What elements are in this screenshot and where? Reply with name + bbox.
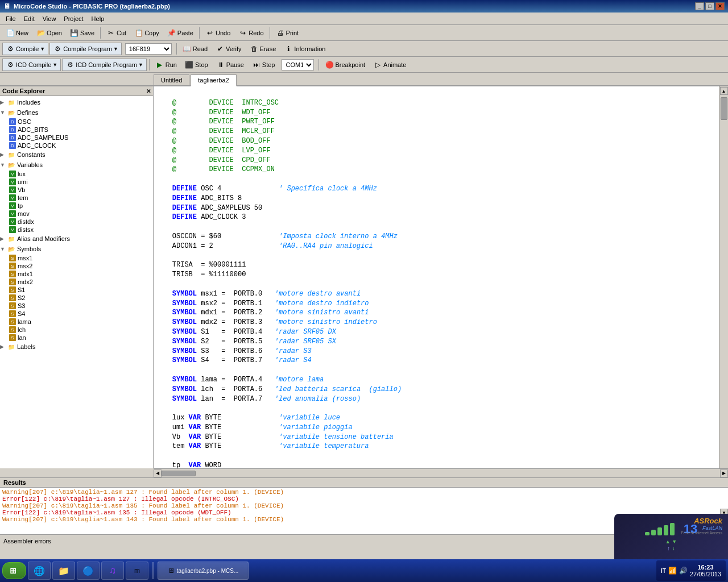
maximize-button[interactable]: □	[705, 2, 714, 10]
menu-project[interactable]: Project	[60, 14, 86, 23]
tab-tagliaerba2[interactable]: tagliaerba2	[191, 74, 236, 86]
folder-icon-taskbar: 📁	[58, 566, 69, 576]
tree-adc-sampleus[interactable]: D ADC_SAMPLEUS	[9, 134, 153, 142]
minimize-button[interactable]: _	[695, 2, 704, 10]
hscroll-right-button[interactable]: ▶	[720, 469, 728, 477]
tree-s3[interactable]: S S3	[9, 302, 153, 310]
paste-button[interactable]: 📌 Paste	[164, 27, 197, 39]
tree-mdx1[interactable]: S mdx1	[9, 270, 153, 278]
verify-button[interactable]: ✔ Verify	[212, 43, 245, 55]
editor-vscroll[interactable]: ▲ ▼	[719, 86, 728, 468]
breakpoint-button[interactable]: 🔴 Breakpoint	[321, 59, 369, 71]
editor-hscroll[interactable]: ◀ ▶	[154, 468, 728, 477]
information-button[interactable]: ℹ Information	[280, 43, 329, 55]
icd-compile-program-button[interactable]: ⚙ ICD Compile Program ▼	[62, 59, 147, 71]
tree-distsx[interactable]: V distsx	[9, 226, 153, 234]
com-select[interactable]: COM1 COM2 COM3	[282, 60, 313, 70]
editor-inner[interactable]: @ DEVICE INTRC_OSC @ DEVICE WDT_OFF @ DE…	[154, 86, 719, 468]
hscroll-left-button[interactable]: ◀	[154, 469, 162, 477]
tree-lama[interactable]: S lama	[9, 318, 153, 326]
sym-icon-mdx2: S	[9, 278, 16, 285]
var-icon-umi: V	[9, 178, 16, 185]
tree-s1[interactable]: S S1	[9, 286, 153, 294]
winamp-quicklaunch[interactable]: ♫	[101, 562, 124, 580]
folder-quicklaunch[interactable]: 📁	[52, 562, 75, 580]
tree-mov[interactable]: V mov	[9, 210, 153, 218]
microcode-studio-taskbar[interactable]: 🖥 tagliaerba2.pbp - MCS...	[158, 562, 249, 580]
tab-untitled[interactable]: Untitled	[154, 74, 189, 85]
network-widget: 13 ▲ ▼ ↑ ↓ ASRock FastLAN Fastest Intern…	[614, 514, 728, 559]
copy-button[interactable]: 📋 Copy	[131, 27, 163, 39]
read-button[interactable]: 📖 Read	[179, 43, 211, 55]
erase-button[interactable]: 🗑 Erase	[246, 43, 280, 55]
step-button[interactable]: ⏭ Step	[249, 59, 279, 71]
tree-lch[interactable]: S lch	[9, 326, 153, 334]
print-button[interactable]: 🖨 Print	[272, 27, 303, 39]
paste-icon: 📌	[167, 28, 176, 38]
chrome-quicklaunch[interactable]: 🔵	[77, 562, 100, 580]
hscroll-thumb[interactable]	[162, 471, 196, 476]
code-editor[interactable]: @ DEVICE INTRC_OSC @ DEVICE WDT_OFF @ DE…	[154, 86, 719, 468]
menu-help[interactable]: Help	[88, 14, 108, 23]
start-button[interactable]: ⊞	[2, 562, 26, 579]
tree-adc-clock[interactable]: D ADC_CLOCK	[9, 142, 153, 149]
tree-s2[interactable]: S S2	[9, 294, 153, 302]
animate-button[interactable]: ▷ Animate	[370, 59, 410, 71]
device-dropdown[interactable]: 16F819 16F877A 18F452	[125, 43, 172, 55]
menu-view[interactable]: View	[39, 14, 60, 23]
tree-labels[interactable]: ▶ 📁 Labels	[0, 342, 153, 352]
close-button[interactable]: ✕	[715, 2, 725, 10]
cut-button[interactable]: ✂ Cut	[103, 27, 130, 39]
cut-icon: ✂	[106, 28, 115, 38]
mirc-quicklaunch[interactable]: m	[126, 562, 148, 580]
editor-wrapper: @ DEVICE INTRC_OSC @ DEVICE WDT_OFF @ DE…	[154, 86, 728, 468]
scroll-thumb[interactable]	[721, 97, 727, 120]
menu-edit[interactable]: Edit	[20, 14, 38, 23]
device-select[interactable]: 16F819 16F877A 18F452	[126, 44, 171, 54]
tree-msx2[interactable]: S msx2	[9, 262, 153, 270]
open-button[interactable]: 📂 Open	[33, 27, 65, 39]
toolbar-separator-3	[270, 27, 270, 39]
breakpoint-icon: 🔴	[325, 60, 334, 69]
title-bar: 🖥 MicroCode Studio - PICBASIC PRO (tagli…	[0, 0, 728, 13]
tree-variables[interactable]: ▼ 📂 Variables	[0, 160, 153, 170]
tree-mdx2[interactable]: S mdx2	[9, 278, 153, 286]
tree-vb[interactable]: V Vb	[9, 186, 153, 194]
redo-button[interactable]: ↪ Redo	[235, 27, 267, 39]
compile-button[interactable]: ⚙ Compile ▼	[2, 43, 48, 55]
chrome-icon: 🔵	[82, 566, 94, 576]
tree-lan[interactable]: S lan	[9, 334, 153, 342]
tree-osc[interactable]: D OSC	[9, 118, 153, 126]
com-dropdown[interactable]: COM1 COM2 COM3	[282, 59, 314, 70]
nbar-4	[664, 525, 668, 535]
tree-lux[interactable]: V lux	[9, 170, 153, 178]
save-button[interactable]: 💾 Save	[67, 27, 98, 39]
new-button[interactable]: 📄 New	[2, 27, 32, 39]
tree-tp[interactable]: V tp	[9, 202, 153, 210]
scroll-up-button[interactable]: ▲	[720, 87, 728, 95]
explorer-close-button[interactable]: ✕	[146, 88, 151, 94]
pause-button[interactable]: ⏸ Pause	[213, 59, 247, 71]
tree-includes[interactable]: ▶ 📁 Includes	[0, 97, 153, 107]
undo-button[interactable]: ↩ Undo	[202, 27, 234, 39]
tree-constants[interactable]: ▶ 📁 Constants	[0, 149, 153, 160]
tree-alias[interactable]: ▶ 📁 Alias and Modifiers	[0, 234, 153, 244]
tree-tem[interactable]: V tem	[9, 194, 153, 202]
stop-icon: ⬛	[185, 60, 194, 69]
tree-defines[interactable]: ▼ 📂 Defines	[0, 107, 153, 118]
tree-s4[interactable]: S S4	[9, 310, 153, 318]
tree-umi[interactable]: V umi	[9, 178, 153, 186]
menu-file[interactable]: File	[2, 14, 19, 23]
icd-compile-button[interactable]: ⚙ ICD Compile ▼	[2, 59, 61, 71]
tree-symbols[interactable]: ▼ 📂 Symbols	[0, 244, 153, 254]
sym-icon-lama: S	[9, 318, 16, 325]
compile-program-button[interactable]: ⚙ Compile Program ▼	[49, 43, 122, 55]
tree-distdx[interactable]: V distdx	[9, 218, 153, 226]
tree-adc-bits[interactable]: D ADC_BITS	[9, 126, 153, 134]
folder-icon-symbols: 📂	[7, 244, 16, 253]
ie-quicklaunch[interactable]: 🌐	[28, 562, 51, 580]
run-button[interactable]: ▶ Run	[152, 59, 180, 71]
stop-button[interactable]: ⬛ Stop	[181, 59, 212, 71]
tree-msx1[interactable]: S msx1	[9, 254, 153, 262]
nbar-2	[651, 530, 656, 535]
